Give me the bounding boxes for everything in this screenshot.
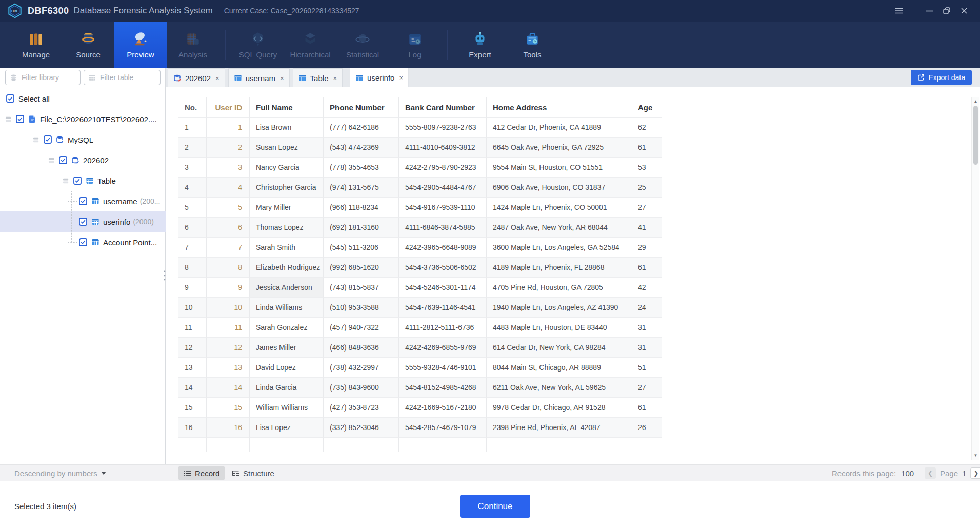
- table-cell[interactable]: 26: [632, 418, 662, 438]
- menu-icon[interactable]: [890, 3, 908, 18]
- table-cell[interactable]: (332) 852-3046: [324, 418, 399, 438]
- table-cell[interactable]: 7: [178, 238, 207, 258]
- chevron-left-icon[interactable]: ❮: [925, 467, 936, 479]
- tab-userinfo[interactable]: userinfo×: [350, 68, 409, 87]
- table-cell[interactable]: William Williams: [250, 398, 324, 418]
- table-cell[interactable]: 6906 Oak Ave, Houston, CO 31837: [487, 178, 632, 198]
- table-cell[interactable]: 2487 Oak Ave, New York, AR 68044: [487, 218, 632, 238]
- table-cell[interactable]: 4242-2795-8790-2923: [399, 158, 487, 178]
- tree-node-file-c-20260210test-202602[interactable]: File_C:\20260210TEST\202602....: [0, 109, 166, 129]
- checkbox-checked-icon[interactable]: [6, 94, 14, 103]
- expander-icon[interactable]: [5, 116, 12, 123]
- select-all-row[interactable]: Select all: [0, 88, 166, 109]
- table-cell[interactable]: 9: [178, 278, 207, 298]
- export-data-button[interactable]: Export data: [911, 70, 972, 85]
- table-cell[interactable]: 4111-6846-3874-5885: [399, 218, 487, 238]
- table-cell[interactable]: 7: [207, 238, 250, 258]
- table-cell[interactable]: 42: [632, 278, 662, 298]
- checkbox-checked-icon[interactable]: [73, 177, 82, 185]
- table-cell[interactable]: 2: [178, 138, 207, 158]
- table-cell[interactable]: 4242-4269-6855-9769: [399, 338, 487, 358]
- table-cell[interactable]: (777) 642-6186: [324, 118, 399, 138]
- table-cell[interactable]: (735) 843-9600: [324, 378, 399, 398]
- table-cell[interactable]: 61: [632, 258, 662, 278]
- table-cell[interactable]: 9: [207, 278, 250, 298]
- table-cell[interactable]: Linda Williams: [250, 298, 324, 318]
- table-cell[interactable]: (692) 181-3160: [324, 218, 399, 238]
- table-cell[interactable]: (457) 940-7322: [324, 318, 399, 338]
- table-cell[interactable]: 51: [632, 358, 662, 378]
- table-cell[interactable]: Sarah Smith: [250, 238, 324, 258]
- table-cell[interactable]: 41: [632, 218, 662, 238]
- table-cell[interactable]: 4111-2812-5111-6736: [399, 318, 487, 338]
- table-cell[interactable]: 16: [207, 418, 250, 438]
- table-cell[interactable]: 4: [178, 178, 207, 198]
- checkbox-checked-icon[interactable]: [79, 218, 87, 226]
- table-cell[interactable]: 5454-9167-9539-1110: [399, 198, 487, 218]
- table-cell[interactable]: 4483 Maple Ln, Houston, DE 83440: [487, 318, 632, 338]
- tree-node-202602[interactable]: 202602: [0, 150, 166, 170]
- table-cell[interactable]: (992) 685-1620: [324, 258, 399, 278]
- table-cell[interactable]: 3600 Maple Ln, Los Angeles, GA 52584: [487, 238, 632, 258]
- table-cell[interactable]: 10: [207, 298, 250, 318]
- table-cell[interactable]: (743) 815-5837: [324, 278, 399, 298]
- chevron-right-icon[interactable]: ❯: [970, 467, 980, 479]
- tree-node-username[interactable]: username(200...: [0, 191, 166, 211]
- nav-item-analysis[interactable]: Analysis: [167, 22, 219, 68]
- table-cell[interactable]: 8044 Main St, Chicago, AR 88889: [487, 358, 632, 378]
- restore-icon[interactable]: [938, 3, 955, 18]
- close-icon[interactable]: [955, 3, 973, 18]
- checkbox-checked-icon[interactable]: [79, 238, 87, 246]
- table-cell[interactable]: 11: [207, 318, 250, 338]
- table-cell[interactable]: 9554 Main St, Houston, CO 51551: [487, 158, 632, 178]
- table-cell[interactable]: 6: [178, 218, 207, 238]
- table-cell[interactable]: Thomas Lopez: [250, 218, 324, 238]
- table-cell[interactable]: 27: [632, 378, 662, 398]
- table-cell[interactable]: 14: [178, 378, 207, 398]
- table-cell[interactable]: 27: [632, 198, 662, 218]
- table-cell[interactable]: 9978 Cedar Dr, Chicago, AR 91528: [487, 398, 632, 418]
- scroll-up-icon[interactable]: ▲: [972, 99, 979, 104]
- tab-close-icon[interactable]: ×: [399, 74, 403, 82]
- nav-item-preview[interactable]: Preview: [114, 22, 167, 68]
- table-cell[interactable]: Elizabeth Rodriguez: [250, 258, 324, 278]
- scroll-down-icon[interactable]: ▼: [972, 453, 979, 458]
- minimize-icon[interactable]: [921, 3, 938, 18]
- table-cell[interactable]: 14: [207, 378, 250, 398]
- table-cell[interactable]: 6: [207, 218, 250, 238]
- filter-table-input[interactable]: [84, 70, 161, 85]
- table-cell[interactable]: Jessica Anderson: [250, 278, 324, 298]
- table-cell[interactable]: Christopher Garcia: [250, 178, 324, 198]
- tree-node-mysql[interactable]: MySQL: [0, 129, 166, 150]
- table-cell[interactable]: 2: [207, 138, 250, 158]
- table-cell[interactable]: 4111-4010-6409-3812: [399, 138, 487, 158]
- table-cell[interactable]: Lisa Lopez: [250, 418, 324, 438]
- table-cell[interactable]: 4242-1669-5167-2180: [399, 398, 487, 418]
- nav-item-expert[interactable]: Expert: [454, 22, 506, 68]
- table-cell[interactable]: 5555-9328-4746-9101: [399, 358, 487, 378]
- expander-icon[interactable]: [33, 136, 39, 143]
- nav-item-log[interactable]: Log: [389, 22, 441, 68]
- table-cell[interactable]: 6645 Oak Ave, Phoenix, GA 72925: [487, 138, 632, 158]
- table-cell[interactable]: 5454-5246-5301-1174: [399, 278, 487, 298]
- filter-table-field[interactable]: [99, 73, 156, 82]
- table-cell[interactable]: 5454-7639-1146-4541: [399, 298, 487, 318]
- table-cell[interactable]: 13: [207, 358, 250, 378]
- checkbox-checked-icon[interactable]: [44, 135, 52, 144]
- scrollbar-thumb[interactable]: [973, 106, 978, 165]
- tree-node-userinfo[interactable]: userinfo(2000): [0, 211, 166, 232]
- table-cell[interactable]: 16: [178, 418, 207, 438]
- table-cell[interactable]: 1: [207, 118, 250, 138]
- record-view-toggle[interactable]: Record: [178, 466, 225, 480]
- table-cell[interactable]: (974) 131-5675: [324, 178, 399, 198]
- table-cell[interactable]: 10: [178, 298, 207, 318]
- tree-node-account-point[interactable]: Account Point...: [0, 232, 166, 252]
- tab-close-icon[interactable]: ×: [215, 74, 219, 82]
- table-cell[interactable]: 412 Cedar Dr, Phoenix, CA 41889: [487, 118, 632, 138]
- table-cell[interactable]: 8: [207, 258, 250, 278]
- table-cell[interactable]: 12: [207, 338, 250, 358]
- nav-item-statistical[interactable]: Statistical: [336, 22, 389, 68]
- sort-dropdown[interactable]: Descending by numbers: [14, 465, 106, 481]
- structure-view-toggle[interactable]: Structure: [227, 466, 279, 480]
- table-cell[interactable]: 11: [178, 318, 207, 338]
